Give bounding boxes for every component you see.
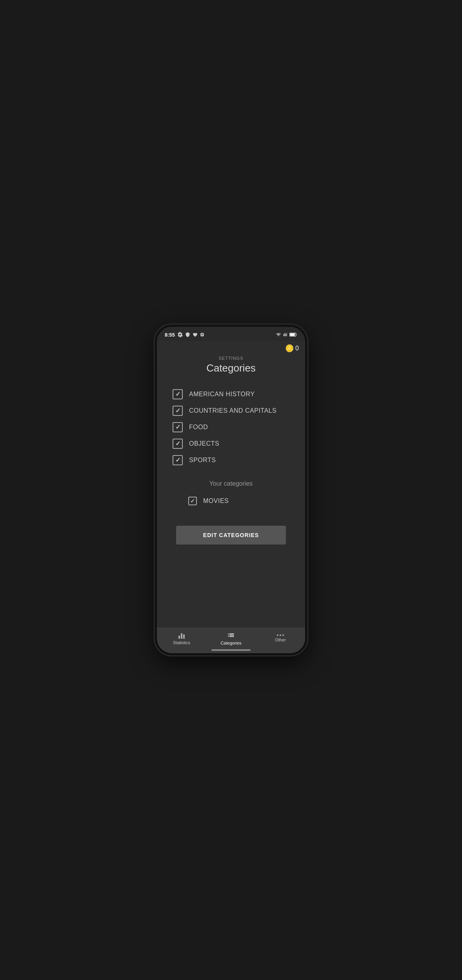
list-item[interactable]: ✓ MOVIES <box>165 494 297 508</box>
list-item[interactable]: ✓ SPORTS <box>165 452 297 468</box>
edit-button-container: EDIT CATEGORIES <box>165 516 297 552</box>
list-item[interactable]: ✓ AMERICAN HISTORY <box>165 386 297 403</box>
built-in-category-list: ✓ AMERICAN HISTORY ✓ COUNTRIES AND CAPIT… <box>165 382 297 476</box>
header: SETTINGS Categories <box>157 354 305 382</box>
svg-rect-1 <box>290 333 295 336</box>
nav-item-categories[interactable]: Categories <box>206 631 256 645</box>
bar-chart-icon <box>178 632 185 639</box>
checkbox-american-history[interactable]: ✓ <box>173 389 183 399</box>
checkbox-sports[interactable]: ✓ <box>173 455 183 465</box>
status-right <box>275 332 297 337</box>
list-item[interactable]: ✓ OBJECTS <box>165 435 297 452</box>
checkbox-food[interactable]: ✓ <box>173 422 183 432</box>
nav-label-other: Other <box>275 638 286 642</box>
signal-icon <box>283 332 288 337</box>
dots-icon <box>277 634 284 636</box>
main-scroll[interactable]: ✓ AMERICAN HISTORY ✓ COUNTRIES AND CAPIT… <box>157 382 305 628</box>
nav-item-statistics[interactable]: Statistics <box>157 632 206 645</box>
checkbox-objects[interactable]: ✓ <box>173 439 183 449</box>
checkmark-icon: ✓ <box>190 498 195 504</box>
user-categories-title: Your categories <box>165 480 297 487</box>
settings-label: SETTINGS <box>157 356 305 361</box>
list-item[interactable]: ✓ FOOD <box>165 419 297 435</box>
battery-icon <box>289 332 297 337</box>
category-label: FOOD <box>189 424 208 431</box>
nav-item-other[interactable]: Other <box>256 634 305 642</box>
checkmark-icon: ✓ <box>175 391 180 397</box>
phone-frame: 8:55 🪙 0 SETTINGS Categori <box>155 324 307 656</box>
nav-label-statistics: Statistics <box>173 640 190 645</box>
top-bar: 🪙 0 <box>157 341 305 354</box>
list-item[interactable]: ✓ COUNTRIES AND CAPITALS <box>165 403 297 419</box>
gear-icon <box>177 332 183 337</box>
category-label: AMERICAN HISTORY <box>189 391 255 398</box>
page-title: Categories <box>157 362 305 374</box>
checkmark-icon: ✓ <box>175 441 180 447</box>
checkmark-icon: ✓ <box>175 457 180 463</box>
nav-label-categories: Categories <box>220 641 241 645</box>
list-icon <box>227 631 235 639</box>
status-bar: 8:55 <box>157 327 305 341</box>
wifi-icon <box>275 332 282 337</box>
category-label: COUNTRIES AND CAPITALS <box>189 407 276 414</box>
user-categories-section: Your categories ✓ MOVIES <box>165 476 297 516</box>
edit-categories-button[interactable]: EDIT CATEGORIES <box>176 526 286 545</box>
category-label: MOVIES <box>203 497 229 505</box>
checkbox-countries[interactable]: ✓ <box>173 406 183 416</box>
heart-icon <box>193 332 198 337</box>
category-label: OBJECTS <box>189 440 219 447</box>
app-content: 🪙 0 SETTINGS Categories ✓ AMERICAN HISTO… <box>157 341 305 653</box>
checkmark-icon: ✓ <box>175 424 180 430</box>
checkmark-icon: ✓ <box>175 408 180 414</box>
coin-count: 0 <box>295 345 299 352</box>
shield-icon <box>185 332 190 337</box>
clipboard-icon <box>200 332 204 337</box>
status-time: 8:55 <box>165 332 175 338</box>
checkbox-movies[interactable]: ✓ <box>188 497 197 505</box>
coin-icon: 🪙 <box>285 344 294 353</box>
home-indicator <box>211 649 251 651</box>
category-label: SPORTS <box>189 457 216 464</box>
status-left: 8:55 <box>165 332 204 338</box>
